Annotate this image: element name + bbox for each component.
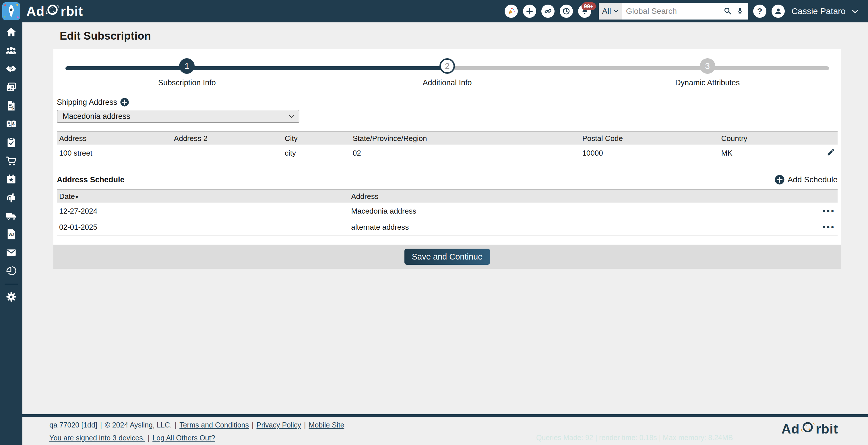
pie-chart-icon[interactable] <box>5 265 18 277</box>
shipping-address-selected-value: Macedonia address <box>63 112 130 121</box>
col-address: Address <box>57 132 172 145</box>
ledger-book-icon[interactable]: A P $ <box>5 118 18 130</box>
cell-country: MK <box>719 145 822 161</box>
step-2-label: Additional Info <box>423 78 472 87</box>
envelope-icon[interactable] <box>5 247 18 258</box>
svg-text:$: $ <box>11 106 14 110</box>
copyright-text: © 2024 Aysling, LLC. <box>105 421 172 429</box>
svg-text:W2: W2 <box>9 233 14 237</box>
search-scope-select[interactable]: All <box>599 3 622 20</box>
topbar-actions: 99+ All ? <box>505 3 868 20</box>
save-and-continue-button[interactable]: Save and Continue <box>404 248 490 265</box>
search-icons <box>723 7 748 16</box>
truck-icon[interactable] <box>5 210 18 221</box>
signed-in-devices-link[interactable]: You are signed into 3 devices. <box>50 434 145 442</box>
footer-brand-text-ad: Ad <box>782 421 800 437</box>
cell-schedule-date: 02-01-2025 <box>57 219 349 235</box>
step-dynamic-attributes[interactable]: 3 Dynamic Attributes <box>577 58 838 87</box>
search-icon[interactable] <box>723 7 732 16</box>
sort-desc-icon[interactable]: ▾ <box>75 194 79 200</box>
mobile-site-link[interactable]: Mobile Site <box>309 421 344 429</box>
brand-wordmark: Ad rbit <box>26 2 83 20</box>
col-schedule-actions <box>799 190 838 203</box>
footer-brand-logo: Ad rbit <box>782 420 838 438</box>
cell-city: city <box>282 145 350 161</box>
terms-link[interactable]: Terms and Conditions <box>179 421 249 429</box>
schedule-row: 02-01-2025 alternate address ••• <box>57 219 838 235</box>
notification-badge: 99+ <box>582 2 596 10</box>
cell-schedule-address: alternate address <box>349 219 799 235</box>
cell-state: 02 <box>350 145 580 161</box>
footer-devices-line: You are signed into 3 devices. | Log All… <box>50 434 868 442</box>
step-2-circle[interactable]: 2 <box>439 58 455 74</box>
add-new-icon[interactable] <box>523 5 536 18</box>
add-address-icon[interactable] <box>120 98 129 107</box>
row-menu-icon[interactable]: ••• <box>823 222 835 232</box>
footer-brand-orbit-o-icon <box>800 420 815 438</box>
brand-logo[interactable]: Ad rbit <box>0 2 83 20</box>
step-3-circle[interactable]: 3 <box>700 58 715 74</box>
schedule-table-header-row: Date▾ Address <box>57 190 838 203</box>
col-city: City <box>282 132 350 145</box>
help-icon[interactable]: ? <box>753 5 766 18</box>
privacy-link[interactable]: Privacy Policy <box>257 421 301 429</box>
handshake-icon[interactable] <box>5 63 18 75</box>
sidebar-nav: $ A P $ <box>0 22 22 445</box>
footer-brand-text-rbit: rbit <box>816 421 838 437</box>
quick-links-icon[interactable] <box>541 5 555 18</box>
brand-text-ad: Ad <box>26 3 44 19</box>
svg-text:$: $ <box>12 121 14 126</box>
address-table-header-row: Address Address 2 City State/Province/Re… <box>57 132 838 145</box>
add-schedule-button[interactable]: Add Schedule <box>774 175 838 185</box>
app-rocket-icon[interactable] <box>2 2 20 20</box>
topbar: Ad rbit <box>0 0 868 22</box>
main-content: Edit Subscription 1 Subscription Info 2 … <box>22 22 868 414</box>
chevron-down-icon <box>613 9 619 14</box>
subscription-card: 1 Subscription Info 2 Additional Info 3 … <box>53 49 841 269</box>
help-glyph: ? <box>757 6 762 16</box>
cart-icon[interactable] <box>5 155 18 167</box>
page-title: Edit Subscription <box>60 30 868 42</box>
brand-orbit-o-icon <box>45 2 60 20</box>
clipboard-check-icon[interactable] <box>5 137 18 148</box>
col-actions <box>822 132 838 145</box>
debug-stats-text: Queries Made: 92 | render time: 0.18s | … <box>536 434 733 442</box>
user-menu-chevron-icon[interactable] <box>851 7 859 16</box>
step-1-circle[interactable]: 1 <box>179 58 195 74</box>
col-schedule-address: Address <box>349 190 799 203</box>
environment-label: qa 77020 [1dd] <box>50 421 97 429</box>
step-subscription-info[interactable]: 1 Subscription Info <box>57 58 317 87</box>
step-additional-info[interactable]: 2 Additional Info <box>317 58 578 87</box>
mailbox-icon[interactable] <box>5 192 18 203</box>
users-icon[interactable] <box>5 45 18 56</box>
address-schedule-title: Address Schedule <box>57 175 125 184</box>
address-table-row: 100 street city 02 10000 MK <box>57 145 838 161</box>
global-search-input[interactable] <box>622 7 723 16</box>
cell-schedule-date: 12-27-2024 <box>57 203 349 219</box>
schedule-table: Date▾ Address 12-27-2024 Macedonia addre… <box>57 189 838 235</box>
notifications-bell-icon[interactable]: 99+ <box>578 5 591 18</box>
edit-pencil-icon[interactable] <box>827 148 835 157</box>
footer-divider-bar <box>22 414 868 417</box>
images-icon[interactable] <box>5 82 18 93</box>
cell-address: 100 street <box>57 145 172 161</box>
user-avatar-icon[interactable] <box>772 5 785 18</box>
recent-history-icon[interactable] <box>560 5 573 18</box>
shipping-address-select[interactable]: Macedonia address <box>57 110 299 123</box>
log-all-others-out-link[interactable]: Log All Others Out? <box>152 434 215 442</box>
col-date-sortable[interactable]: Date▾ <box>57 190 349 203</box>
step-1-label: Subscription Info <box>158 78 216 87</box>
voice-search-mic-icon[interactable] <box>736 7 744 16</box>
home-icon[interactable] <box>5 26 18 38</box>
col-state: State/Province/Region <box>350 132 580 145</box>
wizard-stepper: 1 Subscription Info 2 Additional Info 3 … <box>57 49 838 87</box>
w2-document-icon[interactable]: W2 <box>5 229 18 240</box>
row-menu-icon[interactable]: ••• <box>823 206 835 216</box>
sidebar-divider <box>5 284 18 284</box>
global-search-bar: All <box>599 3 748 20</box>
user-name[interactable]: Cassie Pataro <box>792 6 846 16</box>
invoice-icon[interactable]: $ <box>5 100 18 111</box>
gear-icon[interactable] <box>5 291 18 303</box>
whats-new-party-icon[interactable] <box>505 5 518 18</box>
calendar-star-icon[interactable] <box>5 173 18 185</box>
